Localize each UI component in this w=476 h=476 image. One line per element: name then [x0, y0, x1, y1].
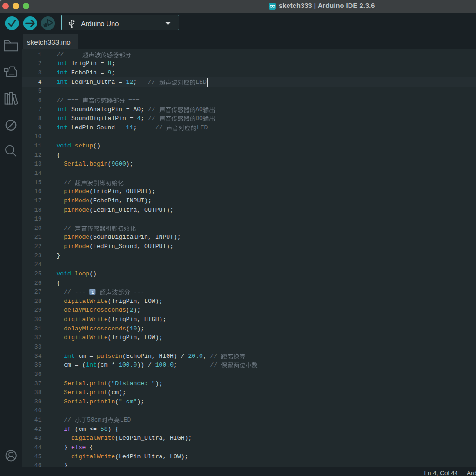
svg-text:1: 1 — [91, 289, 94, 295]
